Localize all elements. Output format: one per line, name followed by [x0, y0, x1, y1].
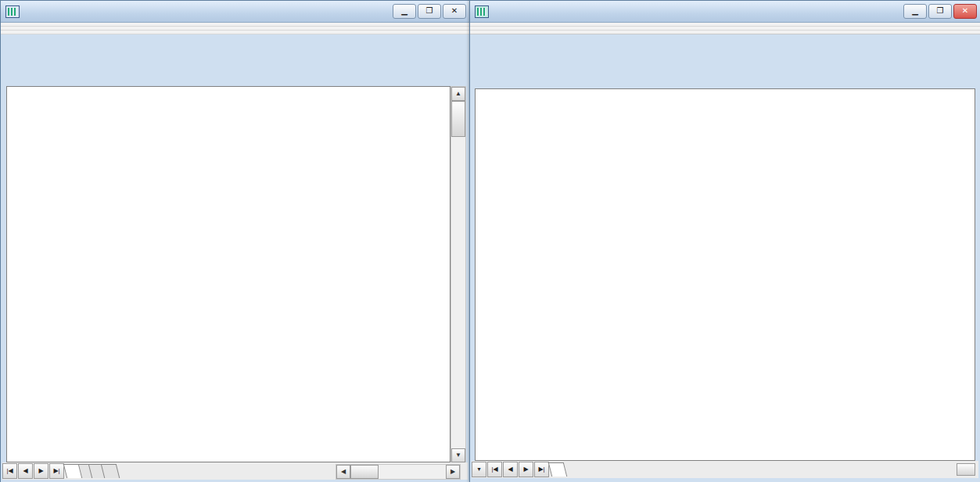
plot-area[interactable]	[475, 88, 975, 461]
restore-button[interactable]: ❐	[928, 4, 952, 19]
ac-tabbar: ▾ |◀ ◀ ▶ ▶|	[472, 461, 978, 478]
minimize-button[interactable]: ▁	[393, 4, 416, 19]
ac-app-icon	[475, 5, 489, 18]
last-page-icon[interactable]: ▶|	[49, 463, 64, 479]
prev-page-icon[interactable]: ◀	[503, 462, 518, 477]
ac-plots	[476, 89, 975, 460]
vscroll-thumb[interactable]	[451, 101, 465, 137]
page-dropdown-icon[interactable]: ▾	[472, 462, 486, 477]
next-page-icon[interactable]: ▶	[34, 463, 48, 479]
close-button[interactable]: ✕	[953, 4, 977, 19]
schematic-drawing	[7, 87, 450, 462]
next-page-icon[interactable]: ▶	[519, 462, 533, 477]
first-page-icon[interactable]: |◀	[487, 462, 502, 477]
close-button[interactable]: ✕	[443, 4, 466, 19]
tab-info[interactable]	[101, 464, 120, 478]
last-page-icon[interactable]: ▶|	[534, 462, 549, 477]
schematic-vscrollbar[interactable]: ▲ ▼	[451, 86, 466, 463]
tab-main[interactable]	[548, 462, 567, 477]
ac-toolbar-3	[470, 31, 980, 34]
schematic-hscrollbar[interactable]: ◀ ▶	[336, 464, 461, 480]
ac-hscroll-thumb[interactable]	[957, 463, 975, 476]
schematic-app-icon	[5, 5, 20, 18]
first-page-icon[interactable]: |◀	[2, 463, 17, 479]
minimize-button[interactable]: ▁	[903, 4, 927, 19]
scroll-right-icon[interactable]: ▶	[446, 465, 460, 479]
desktop: ▁ ❐ ✕ ▲ ▼ |◀ ◀ ▶ ▶| ◀	[0, 0, 980, 482]
scroll-up-icon[interactable]: ▲	[451, 87, 465, 101]
restore-button[interactable]: ❐	[418, 4, 441, 19]
schematic-toolbar-3	[1, 31, 469, 34]
scroll-down-icon[interactable]: ▼	[451, 448, 465, 462]
prev-page-icon[interactable]: ◀	[18, 463, 33, 479]
ac-analysis-window: ▁ ❐ ✕ ▾ |◀ ◀ ▶ ▶|	[469, 0, 980, 482]
tab-main[interactable]	[63, 464, 82, 478]
hscroll-thumb[interactable]	[350, 465, 379, 479]
schematic-canvas[interactable]	[6, 86, 451, 462]
schematic-titlebar[interactable]: ▁ ❐ ✕	[1, 1, 469, 23]
ac-titlebar[interactable]: ▁ ❐ ✕	[470, 1, 980, 23]
scroll-left-icon[interactable]: ◀	[336, 465, 350, 479]
schematic-window: ▁ ❐ ✕ ▲ ▼ |◀ ◀ ▶ ▶| ◀	[0, 0, 470, 482]
